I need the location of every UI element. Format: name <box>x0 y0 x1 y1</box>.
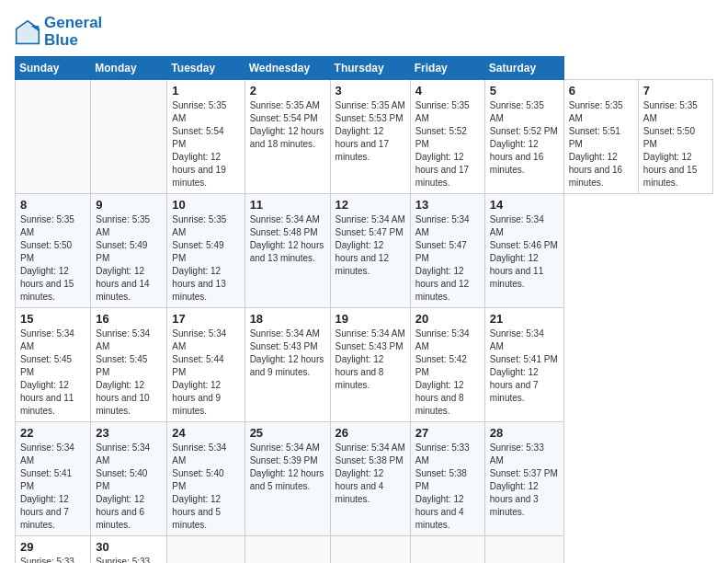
day-number: 15 <box>20 312 85 326</box>
day-number: 25 <box>250 426 325 440</box>
calendar-cell: 18 Sunrise: 5:34 AMSunset: 5:43 PMDaylig… <box>245 308 330 422</box>
day-number: 23 <box>96 426 162 440</box>
calendar-cell: 2 Sunrise: 5:35 AMSunset: 5:54 PMDayligh… <box>245 80 330 194</box>
day-number: 24 <box>172 426 239 440</box>
calendar-cell: 6 Sunrise: 5:35 AMSunset: 5:51 PMDayligh… <box>563 80 638 194</box>
day-info: Sunrise: 5:33 AMSunset: 5:37 PMDaylight:… <box>490 442 559 519</box>
day-number: 22 <box>20 426 85 440</box>
calendar-cell: 14 Sunrise: 5:34 AMSunset: 5:46 PMDaylig… <box>484 194 563 308</box>
day-info: Sunrise: 5:34 AMSunset: 5:41 PMDaylight:… <box>20 442 85 532</box>
day-info: Sunrise: 5:34 AMSunset: 5:45 PMDaylight:… <box>20 327 85 418</box>
day-info: Sunrise: 5:34 AMSunset: 5:40 PMDaylight:… <box>172 442 239 532</box>
day-info: Sunrise: 5:34 AMSunset: 5:42 PMDaylight:… <box>415 327 480 418</box>
calendar-cell <box>167 536 245 563</box>
day-number: 17 <box>172 312 239 326</box>
calendar-cell: 10 Sunrise: 5:35 AMSunset: 5:49 PMDaylig… <box>167 194 245 308</box>
day-number: 12 <box>336 198 405 212</box>
day-info: Sunrise: 5:35 AMSunset: 5:52 PMDaylight:… <box>415 99 480 190</box>
calendar-cell: 1 Sunrise: 5:35 AMSunset: 5:54 PMDayligh… <box>167 80 245 194</box>
day-info: Sunrise: 5:34 AMSunset: 5:45 PMDaylight:… <box>96 327 162 418</box>
calendar-cell: 3 Sunrise: 5:35 AMSunset: 5:53 PMDayligh… <box>330 80 410 194</box>
day-info: Sunrise: 5:35 AMSunset: 5:54 PMDaylight:… <box>172 99 239 190</box>
day-number: 7 <box>643 84 708 98</box>
day-info: Sunrise: 5:34 AMSunset: 5:38 PMDaylight:… <box>336 442 405 506</box>
day-number: 21 <box>490 312 559 326</box>
calendar-cell: 22 Sunrise: 5:34 AMSunset: 5:41 PMDaylig… <box>16 422 91 536</box>
calendar-header-thursday: Thursday <box>330 57 410 80</box>
day-info: Sunrise: 5:35 AMSunset: 5:49 PMDaylight:… <box>172 213 239 304</box>
day-info: Sunrise: 5:34 AMSunset: 5:44 PMDaylight:… <box>172 327 239 418</box>
calendar-header-saturday: Saturday <box>484 57 563 80</box>
calendar-cell: 28 Sunrise: 5:33 AMSunset: 5:37 PMDaylig… <box>484 422 563 536</box>
calendar-header-sunday: Sunday <box>16 57 91 80</box>
day-number: 26 <box>336 426 405 440</box>
day-number: 3 <box>336 84 405 98</box>
calendar-cell: 17 Sunrise: 5:34 AMSunset: 5:44 PMDaylig… <box>167 308 245 422</box>
day-number: 30 <box>96 540 162 554</box>
calendar-cell: 12 Sunrise: 5:34 AMSunset: 5:47 PMDaylig… <box>330 194 410 308</box>
calendar-cell <box>484 536 563 563</box>
calendar-cell: 16 Sunrise: 5:34 AMSunset: 5:45 PMDaylig… <box>91 308 167 422</box>
day-number: 20 <box>415 312 480 326</box>
page-header: General Blue <box>15 15 713 49</box>
calendar-header-tuesday: Tuesday <box>167 57 245 80</box>
day-info: Sunrise: 5:35 AMSunset: 5:50 PMDaylight:… <box>643 99 708 190</box>
day-number: 10 <box>172 198 239 212</box>
day-number: 14 <box>490 198 559 212</box>
calendar-cell: 5 Sunrise: 5:35 AMSunset: 5:52 PMDayligh… <box>484 80 563 194</box>
logo-icon <box>15 19 40 45</box>
day-number: 2 <box>250 84 325 98</box>
calendar-cell: 29 Sunrise: 5:33 AMSunset: 5:36 PMDaylig… <box>16 536 91 563</box>
day-number: 5 <box>490 84 559 98</box>
calendar-cell: 27 Sunrise: 5:33 AMSunset: 5:38 PMDaylig… <box>410 422 484 536</box>
calendar-cell <box>410 536 484 563</box>
day-info: Sunrise: 5:34 AMSunset: 5:47 PMDaylight:… <box>336 213 405 278</box>
day-info: Sunrise: 5:33 AMSunset: 5:36 PMDaylight:… <box>96 556 162 563</box>
day-info: Sunrise: 5:34 AMSunset: 5:43 PMDaylight:… <box>250 327 325 379</box>
calendar-cell: 13 Sunrise: 5:34 AMSunset: 5:47 PMDaylig… <box>410 194 484 308</box>
day-number: 9 <box>96 198 162 212</box>
day-info: Sunrise: 5:34 AMSunset: 5:43 PMDaylight:… <box>336 327 405 392</box>
day-number: 13 <box>415 198 480 212</box>
day-number: 29 <box>20 540 85 554</box>
calendar-header-friday: Friday <box>410 57 484 80</box>
day-info: Sunrise: 5:35 AMSunset: 5:53 PMDaylight:… <box>336 99 405 164</box>
day-number: 16 <box>96 312 162 326</box>
day-info: Sunrise: 5:34 AMSunset: 5:41 PMDaylight:… <box>490 327 559 405</box>
calendar-cell <box>245 536 330 563</box>
calendar-cell: 8 Sunrise: 5:35 AMSunset: 5:50 PMDayligh… <box>16 194 91 308</box>
day-info: Sunrise: 5:34 AMSunset: 5:48 PMDaylight:… <box>250 213 325 265</box>
day-number: 8 <box>20 198 85 212</box>
day-info: Sunrise: 5:33 AMSunset: 5:38 PMDaylight:… <box>415 442 480 532</box>
day-info: Sunrise: 5:34 AMSunset: 5:46 PMDaylight:… <box>490 213 559 291</box>
calendar-cell: 24 Sunrise: 5:34 AMSunset: 5:40 PMDaylig… <box>167 422 245 536</box>
calendar-table: SundayMondayTuesdayWednesdayThursdayFrid… <box>15 56 713 563</box>
calendar-cell <box>330 536 410 563</box>
day-number: 1 <box>172 84 239 98</box>
calendar-cell: 4 Sunrise: 5:35 AMSunset: 5:52 PMDayligh… <box>410 80 484 194</box>
calendar-header-wednesday: Wednesday <box>245 57 330 80</box>
day-info: Sunrise: 5:34 AMSunset: 5:47 PMDaylight:… <box>415 213 480 304</box>
calendar-cell: 21 Sunrise: 5:34 AMSunset: 5:41 PMDaylig… <box>484 308 563 422</box>
day-info: Sunrise: 5:35 AMSunset: 5:52 PMDaylight:… <box>490 99 559 177</box>
day-info: Sunrise: 5:34 AMSunset: 5:40 PMDaylight:… <box>96 442 162 532</box>
day-info: Sunrise: 5:35 AMSunset: 5:51 PMDaylight:… <box>569 99 633 190</box>
calendar-cell: 20 Sunrise: 5:34 AMSunset: 5:42 PMDaylig… <box>410 308 484 422</box>
day-info: Sunrise: 5:33 AMSunset: 5:36 PMDaylight:… <box>20 556 85 563</box>
day-number: 19 <box>336 312 405 326</box>
calendar-cell: 25 Sunrise: 5:34 AMSunset: 5:39 PMDaylig… <box>245 422 330 536</box>
logo: General Blue <box>15 15 102 49</box>
day-info: Sunrise: 5:35 AMSunset: 5:49 PMDaylight:… <box>96 213 162 304</box>
calendar-cell: 30 Sunrise: 5:33 AMSunset: 5:36 PMDaylig… <box>91 536 167 563</box>
day-number: 11 <box>250 198 325 212</box>
calendar-cell: 23 Sunrise: 5:34 AMSunset: 5:40 PMDaylig… <box>91 422 167 536</box>
calendar-cell: 7 Sunrise: 5:35 AMSunset: 5:50 PMDayligh… <box>638 80 712 194</box>
day-number: 18 <box>250 312 325 326</box>
day-number: 27 <box>415 426 480 440</box>
calendar-cell: 11 Sunrise: 5:34 AMSunset: 5:48 PMDaylig… <box>245 194 330 308</box>
day-info: Sunrise: 5:34 AMSunset: 5:39 PMDaylight:… <box>250 442 325 493</box>
calendar-cell: 9 Sunrise: 5:35 AMSunset: 5:49 PMDayligh… <box>91 194 167 308</box>
day-number: 4 <box>415 84 480 98</box>
day-number: 6 <box>569 84 633 98</box>
calendar-cell: 15 Sunrise: 5:34 AMSunset: 5:45 PMDaylig… <box>16 308 91 422</box>
